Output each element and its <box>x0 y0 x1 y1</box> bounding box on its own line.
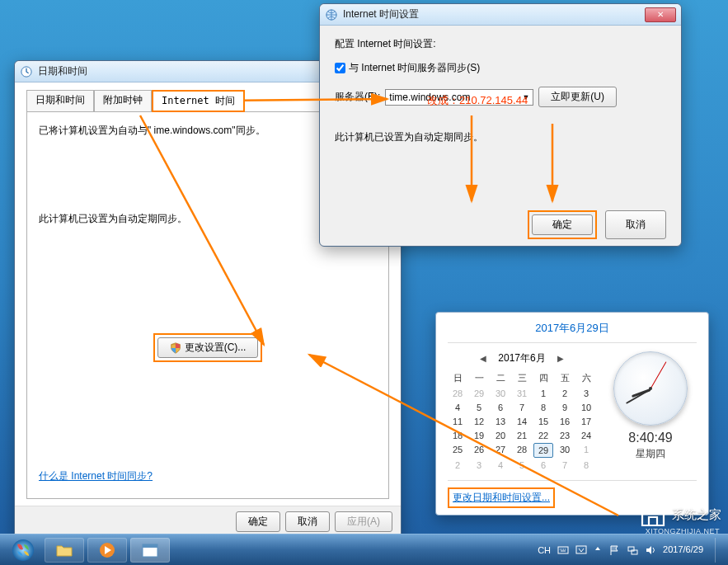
calendar: ◀ 2017年6月 ▶ 日一二三四五六282930311234567891011… <box>448 351 596 472</box>
calendar-day[interactable]: 29 <box>469 387 489 400</box>
calendar-day[interactable]: 7 <box>512 401 532 414</box>
show-desktop-button[interactable] <box>715 538 723 563</box>
ok-button[interactable]: 确定 <box>236 511 280 532</box>
calendar-day[interactable]: 9 <box>555 401 575 414</box>
apply-button[interactable]: 应用(A) <box>335 511 392 532</box>
shield-icon <box>170 342 181 354</box>
change-settings-button[interactable]: 更改设置(C)... <box>157 337 259 358</box>
calendar-day[interactable]: 13 <box>491 415 510 428</box>
tray-volume-icon[interactable] <box>645 544 656 556</box>
calendar-grid: 日一二三四五六282930311234567891011121314151617… <box>448 370 596 472</box>
calendar-day[interactable]: 3 <box>469 459 489 472</box>
help-link[interactable]: 什么是 Internet 时间同步? <box>39 469 153 483</box>
tab-internet-time[interactable]: Internet 时间 <box>152 90 245 112</box>
calendar-day[interactable]: 27 <box>491 443 510 458</box>
update-now-button[interactable]: 立即更新(U) <box>538 87 617 107</box>
window-title: Internet 时间设置 <box>343 7 419 21</box>
calendar-day[interactable]: 8 <box>576 459 596 472</box>
svg-rect-7 <box>558 547 568 553</box>
window-title: 日期和时间 <box>38 64 87 78</box>
calendar-day[interactable]: 10 <box>576 401 596 414</box>
internet-time-settings-dialog: Internet 时间设置 ✕ 配置 Internet 时间设置: 与 Inte… <box>319 3 682 247</box>
calendar-day[interactable]: 2 <box>448 459 467 472</box>
calendar-day[interactable]: 1 <box>533 387 553 400</box>
calendar-day[interactable]: 30 <box>491 387 510 400</box>
tray-flag-icon[interactable] <box>608 544 620 556</box>
calendar-day[interactable]: 25 <box>448 443 467 458</box>
tab-additional-clocks[interactable]: 附加时钟 <box>94 90 152 112</box>
sync-checkbox-label: 与 Internet 时间服务器同步(S) <box>349 61 480 75</box>
ime-indicator[interactable]: CH <box>538 545 551 555</box>
start-button[interactable] <box>5 538 41 563</box>
calendar-day[interactable]: 16 <box>555 415 575 428</box>
sync-checkbox[interactable] <box>335 63 345 73</box>
cancel-button[interactable]: 取消 <box>605 210 666 239</box>
auto-sync-note: 此计算机已设置为自动定期同步。 <box>335 130 666 144</box>
calendar-day[interactable]: 26 <box>469 443 489 458</box>
tray-vm-icon[interactable] <box>575 544 587 556</box>
full-date-text: 2017年6月29日 <box>448 321 697 336</box>
calendar-day[interactable]: 11 <box>448 415 467 428</box>
change-datetime-link[interactable]: 更改日期和时间设置... <box>453 492 550 503</box>
calendar-day[interactable]: 5 <box>512 459 532 472</box>
calendar-day[interactable]: 5 <box>469 401 489 414</box>
calendar-day[interactable]: 4 <box>491 459 510 472</box>
taskbar-mediaplayer[interactable] <box>87 538 127 563</box>
clock-flyout: 2017年6月29日 ◀ 2017年6月 ▶ 日一二三四五六2829303112… <box>435 312 709 516</box>
annotation-change-to: 改成：210.72.145.44 <box>427 93 528 108</box>
calendar-day[interactable]: 22 <box>533 429 553 442</box>
calendar-day[interactable]: 23 <box>555 429 575 442</box>
tray-keyboard-icon[interactable] <box>557 544 569 556</box>
watermark-logo: 系统之家 <box>639 502 721 527</box>
server-label: 服务器(E): <box>335 90 380 104</box>
tray-chevron-icon[interactable] <box>594 544 602 556</box>
calendar-day[interactable]: 3 <box>576 387 596 400</box>
sync-checkbox-row[interactable]: 与 Internet 时间服务器同步(S) <box>335 61 666 75</box>
calendar-day[interactable]: 31 <box>512 387 532 400</box>
taskbar-explorer[interactable] <box>45 538 84 563</box>
calendar-day[interactable]: 7 <box>555 459 575 472</box>
calendar-day[interactable]: 28 <box>512 443 532 458</box>
watermark-text: 系统之家 <box>672 507 721 523</box>
calendar-day[interactable]: 14 <box>512 415 532 428</box>
prev-month-button[interactable]: ◀ <box>475 354 491 363</box>
ok-button[interactable]: 确定 <box>532 214 593 235</box>
day-of-week: 星期四 <box>609 447 692 461</box>
change-settings-label: 更改设置(C)... <box>185 341 247 355</box>
taskbar-clock[interactable]: 2017/6/29 <box>663 544 708 554</box>
calendar-day[interactable]: 29 <box>533 443 553 458</box>
tab-datetime[interactable]: 日期和时间 <box>26 90 94 112</box>
analog-clock <box>613 351 688 426</box>
close-button[interactable]: ✕ <box>645 7 676 22</box>
calendar-day[interactable]: 8 <box>533 401 553 414</box>
calendar-day[interactable]: 28 <box>448 387 467 400</box>
calendar-day[interactable]: 30 <box>555 443 575 458</box>
calendar-day[interactable]: 1 <box>576 443 596 458</box>
calendar-day[interactable]: 2 <box>555 387 575 400</box>
calendar-day[interactable]: 19 <box>469 429 489 442</box>
calendar-day[interactable]: 6 <box>491 401 510 414</box>
calendar-day[interactable]: 6 <box>533 459 553 472</box>
taskbar-datetime-app[interactable] <box>130 538 170 563</box>
svg-point-3 <box>12 539 34 561</box>
globe-icon <box>325 8 338 21</box>
taskbar[interactable]: CH 2017/6/29 <box>0 534 728 565</box>
clock-icon <box>20 65 33 78</box>
digital-time: 8:40:49 <box>609 431 692 445</box>
calendar-day[interactable]: 15 <box>533 415 553 428</box>
calendar-day[interactable]: 12 <box>469 415 489 428</box>
heading-text: 配置 Internet 时间设置: <box>335 37 666 51</box>
cancel-button[interactable]: 取消 <box>285 511 330 532</box>
tray-network-icon[interactable] <box>627 544 638 556</box>
calendar-day[interactable]: 20 <box>491 429 510 442</box>
titlebar[interactable]: Internet 时间设置 ✕ <box>320 4 681 26</box>
calendar-day[interactable]: 17 <box>576 415 596 428</box>
calendar-day[interactable]: 21 <box>512 429 532 442</box>
calendar-day[interactable]: 24 <box>576 429 596 442</box>
next-month-button[interactable]: ▶ <box>552 354 569 363</box>
month-label: 2017年6月 <box>498 351 545 365</box>
svg-rect-6 <box>143 544 157 548</box>
calendar-day[interactable]: 4 <box>448 401 467 414</box>
calendar-day[interactable]: 18 <box>448 429 467 442</box>
